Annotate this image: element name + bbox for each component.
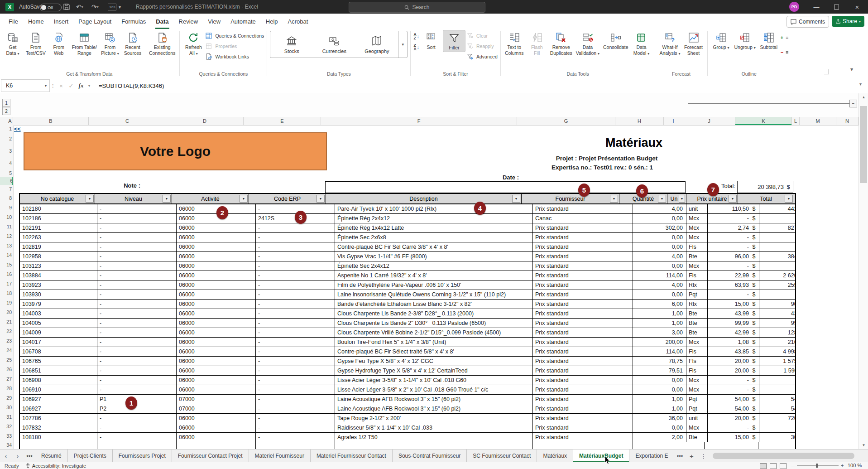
select-all-corner[interactable] [0, 117, 7, 125]
cell-quantity[interactable]: 0,00 [633, 261, 686, 271]
sheet-tab-mat-riaux[interactable]: Matériaux [537, 450, 573, 462]
queries-connections-button[interactable]: Queries & Connections [205, 31, 264, 41]
column-header-H[interactable]: H [615, 117, 664, 125]
cell[interactable]: 108180 [20, 433, 97, 442]
cell[interactable]: Bande d'étanchéité Ethafoam Lisse Blanc … [335, 300, 533, 309]
sheet-nav-next-icon[interactable]: › [12, 450, 24, 462]
row-header-14[interactable]: 14 [0, 251, 12, 260]
cell[interactable]: Prix standard [533, 357, 633, 366]
cell[interactable]: - [97, 385, 177, 394]
cell[interactable]: 06000 [177, 261, 256, 271]
cell-quantity[interactable]: 78,75 [633, 357, 686, 366]
save-icon[interactable] [63, 0, 70, 14]
cell[interactable]: 104003 [20, 309, 97, 318]
row-header-23[interactable]: 23 [0, 336, 12, 346]
logo-placeholder[interactable]: Votre Logo [24, 132, 327, 170]
subtotal-button[interactable]: Subtotal [758, 30, 780, 51]
outline-collapse-button[interactable]: − [849, 100, 857, 107]
horizontal-scroll-thumb[interactable] [713, 453, 854, 459]
scroll-down-icon[interactable]: ▼ [859, 443, 868, 447]
cell-unit-price[interactable]: 1,08$ [708, 338, 759, 347]
column-activit-header[interactable]: Activité▼ [172, 194, 249, 203]
cell[interactable]: 106851 [20, 366, 97, 375]
get-data-button[interactable]: Get Data ▾ [2, 30, 24, 57]
from-picture-button[interactable]: From Picture ▾ [99, 30, 121, 57]
cell[interactable]: - [256, 261, 335, 271]
row-header-28[interactable]: 28 [0, 384, 12, 393]
cell-unit-price[interactable]: 63,93$ [708, 280, 759, 290]
consolidate-button[interactable]: Consolidate [602, 30, 629, 51]
cell[interactable]: - [256, 271, 335, 280]
cell[interactable]: - [97, 357, 177, 366]
cell[interactable]: Fls [686, 357, 708, 366]
row-header-20[interactable]: 20 [0, 308, 12, 317]
what-if-analysis-button[interactable]: ?What-If Analysis ▾ [658, 30, 681, 57]
row-header-34[interactable]: 34 [0, 441, 12, 449]
formula-input[interactable]: =SUBTOTAL(9;K8:K346) [99, 82, 164, 89]
cell-total[interactable]: 216,00$ [759, 338, 796, 347]
cell[interactable]: Mcx [686, 214, 708, 223]
normal-view-icon[interactable] [760, 463, 767, 469]
tab-data[interactable]: Data [151, 14, 173, 29]
tab-file[interactable]: File [4, 14, 23, 29]
cell-unit-price[interactable]: 110,50$ [708, 204, 759, 213]
autosave-toggle[interactable]: Off [40, 4, 62, 11]
text-to-columns-button[interactable]: Text to Columns [504, 30, 525, 57]
cell-total[interactable]: 30,00$ [759, 433, 796, 442]
cell-unit-price[interactable]: -$ [708, 261, 759, 271]
cell-total[interactable]: 4 998,90$ [759, 347, 796, 356]
filter-dropdown-icon[interactable]: ▼ [86, 195, 94, 203]
name-box[interactable]: K6 ▾ [1, 79, 50, 92]
column-header-C[interactable]: C [89, 117, 166, 125]
cell[interactable]: - [97, 261, 177, 271]
cell[interactable]: 06000 [177, 366, 256, 375]
minimize-button[interactable]: — [809, 0, 824, 14]
row-header-24[interactable]: 24 [0, 346, 12, 355]
row-header-6[interactable]: 6 [0, 177, 13, 185]
column-header-K[interactable]: K [735, 117, 792, 125]
cell[interactable]: - [97, 319, 177, 328]
cell[interactable]: Prix standard [533, 338, 633, 347]
cell-unit-price[interactable]: -$ [708, 233, 759, 242]
column-header-L[interactable]: L [792, 117, 800, 125]
sheet-nav-previous-icon[interactable]: ‹ [0, 450, 12, 462]
cell[interactable]: Prix standard [533, 404, 633, 413]
cell[interactable]: Mcx [686, 223, 708, 232]
maximize-button[interactable] [829, 0, 844, 14]
cell[interactable]: Prix standard [533, 252, 633, 261]
cell[interactable]: - [97, 223, 177, 232]
cell[interactable]: - [97, 300, 177, 309]
cell[interactable]: 106927 [20, 404, 97, 413]
cell[interactable]: - [256, 204, 335, 213]
cell[interactable]: Contre-plaqué BC Fir Sélect traité 5/8" … [335, 347, 533, 356]
cell-total[interactable]: 384,00$ [759, 252, 796, 261]
comments-button[interactable]: Comments [786, 16, 829, 28]
cell-unit-price[interactable]: -$ [708, 376, 759, 385]
filter-dropdown-icon[interactable]: ▼ [658, 195, 666, 203]
cell[interactable]: Prix standard [533, 300, 633, 309]
cell[interactable]: 103930 [20, 290, 97, 299]
cell[interactable]: 06000 [177, 376, 256, 385]
cell-quantity[interactable]: 2,00 [633, 433, 686, 442]
cell-total[interactable]: 1 590,11$ [759, 366, 796, 375]
cell[interactable]: - [256, 223, 335, 232]
cell[interactable]: 06000 [177, 385, 256, 394]
cell[interactable]: 06000 [177, 328, 256, 337]
cell-unit-price[interactable]: 15,00$ [708, 433, 759, 442]
row-header-31[interactable]: 31 [0, 412, 12, 422]
cell[interactable]: - [256, 328, 335, 337]
group-button[interactable]: Group ▾ [710, 30, 732, 51]
cell-total[interactable]: -$ [759, 261, 796, 271]
cell-quantity[interactable]: 0,00 [633, 376, 686, 385]
cell[interactable]: Clous Charpente Lis Bande 2-3/8" D28°_ 0… [335, 309, 533, 318]
cell-total[interactable]: 2 620,86$ [759, 271, 796, 280]
avatar[interactable]: PD [789, 2, 799, 12]
column-header-J[interactable]: J [683, 117, 735, 125]
cell[interactable]: Film de Polyéthylène Pare-Vapeur .006 10… [335, 280, 533, 290]
cell[interactable]: Pqt [686, 404, 708, 413]
redo-button[interactable]: ↷▾ [91, 0, 99, 14]
cell-quantity[interactable]: 6,00 [633, 300, 686, 309]
filter-dropdown-icon[interactable]: ▼ [729, 195, 737, 203]
cell[interactable]: - [97, 423, 177, 432]
filter-dropdown-icon[interactable]: ▼ [163, 195, 171, 203]
